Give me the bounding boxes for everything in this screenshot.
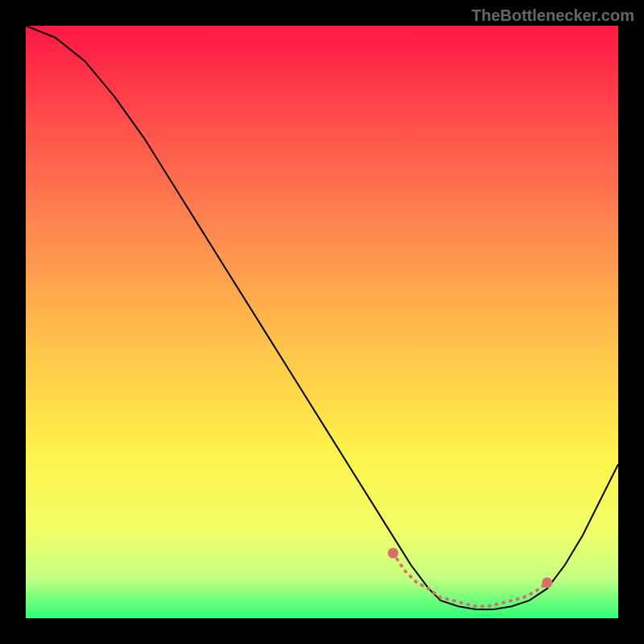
watermark-text: TheBottlenecker.com xyxy=(472,6,634,25)
chart-area xyxy=(26,26,618,618)
optimal-range-markers xyxy=(26,26,618,618)
svg-point-2 xyxy=(542,577,552,588)
svg-point-1 xyxy=(388,547,398,558)
